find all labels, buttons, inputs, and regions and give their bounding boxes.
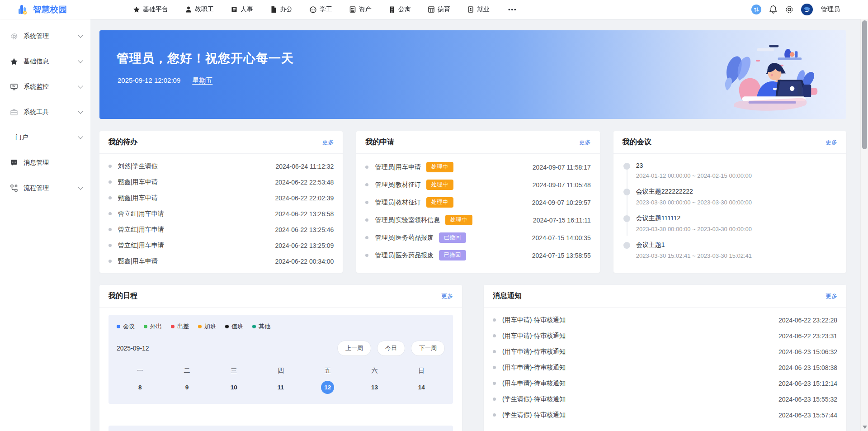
- notification-item-time: 2024-06-23 15:06:32: [778, 348, 837, 355]
- sidebar-item-system-tools[interactable]: 系统工具: [0, 99, 90, 125]
- calendar-day-number: 9: [180, 381, 193, 394]
- todo-item-text: 曾立红|用车申请: [118, 210, 270, 218]
- meeting-title: 会议主题222222222: [636, 188, 837, 196]
- nav-item-platform[interactable]: 基础平台: [127, 0, 175, 19]
- application-list-item[interactable]: 管理员|教材征订 处理中 2024-09-07 11:05:48: [365, 176, 590, 194]
- notifications-button[interactable]: [769, 5, 778, 14]
- todo-list-item[interactable]: 甄鑫|用车申请 2024-06-22 00:34:00: [108, 253, 334, 269]
- bullet-dot: [365, 254, 368, 257]
- notification-list-item[interactable]: (用车申请)-待审核通知 2024-06-22 23:22:28: [493, 312, 837, 328]
- notification-list-item[interactable]: (用车申请)-待审核通知 2024-06-22 23:23:31: [493, 328, 837, 344]
- calendar-day-cell[interactable]: 12: [304, 381, 351, 394]
- nav-item-assets[interactable]: 资产: [343, 0, 378, 19]
- todo-card: 我的待办 更多 刘然|学生请假 2024-06-24 11:12:32 甄鑫|用…: [99, 131, 343, 273]
- schedule-detail-panel: [108, 426, 453, 431]
- nav-item-student[interactable]: 学工: [303, 0, 339, 19]
- id-card-icon: [231, 6, 237, 13]
- schedule-more-link[interactable]: 更多: [441, 292, 453, 300]
- nav-item-hr[interactable]: 人事: [224, 0, 260, 19]
- chevron-down-icon: [78, 33, 83, 38]
- bullet-dot: [108, 244, 112, 247]
- flow-icon: [10, 185, 18, 192]
- notification-list-item[interactable]: (学生请假)-待审核通知 2024-06-23 15:55:32: [493, 391, 837, 407]
- nav-label: 就业: [477, 5, 490, 14]
- weekday-label: 一: [117, 367, 164, 375]
- notification-list-item[interactable]: (学生请假)-待审核通知 2024-06-23 15:57:44: [493, 407, 837, 423]
- brand-logo-icon: [17, 4, 29, 15]
- nav-label: 德育: [438, 5, 450, 14]
- meetings-timeline: 23 2024-01-12 00:00:00 ~ 2024-02-15 00:0…: [613, 154, 846, 259]
- timeline-dot: [623, 215, 630, 222]
- applications-card-title: 我的申请: [365, 137, 394, 147]
- sidebar-item-basic-info[interactable]: 基础信息: [0, 49, 90, 74]
- meeting-time-range: 2023-03-30 00:00:00 ~ 2023-03-30 00:00:0…: [636, 226, 837, 232]
- todo-list-item[interactable]: 刘然|学生请假 2024-06-24 11:12:32: [108, 158, 334, 174]
- notifications-more-link[interactable]: 更多: [826, 292, 837, 300]
- next-week-button[interactable]: 下一周: [411, 341, 445, 356]
- todo-list-item[interactable]: 曾立红|用车申请 2024-06-22 13:25:46: [108, 222, 334, 237]
- bullet-dot: [108, 212, 112, 215]
- schedule-panel: 会议 外出 出差: [108, 315, 453, 404]
- todo-list-item[interactable]: 曾立红|用车申请 2024-06-22 13:25:09: [108, 237, 334, 253]
- nav-item-staff[interactable]: 教职工: [179, 0, 221, 19]
- todo-item-text: 甄鑫|用车申请: [118, 257, 270, 265]
- notification-list-item[interactable]: (用车申请)-待审核通知 2024-06-23 15:12:14: [493, 375, 837, 391]
- legend-item: 会议: [117, 322, 135, 331]
- nav-item-employment[interactable]: 就业: [461, 0, 496, 19]
- schedule-card-title: 我的日程: [108, 291, 137, 301]
- application-item-time: 2024-09-07 11:58:17: [533, 164, 591, 171]
- calendar-day-cell[interactable]: 14: [398, 381, 445, 394]
- today-button[interactable]: 今日: [377, 341, 405, 356]
- nav-item-moral[interactable]: 德育: [421, 0, 457, 19]
- username-label[interactable]: 管理员: [821, 5, 840, 14]
- nav-item-apartment[interactable]: 公寓: [382, 0, 418, 19]
- meeting-item[interactable]: 23 2024-01-12 00:00:00 ~ 2024-02-15 00:0…: [623, 162, 837, 179]
- bullet-dot: [365, 183, 368, 186]
- calendar-day-cell[interactable]: 13: [351, 381, 398, 394]
- settings-button[interactable]: [785, 5, 794, 14]
- sidebar-item-system-management[interactable]: 系统管理: [0, 24, 90, 49]
- chevron-down-icon: [78, 185, 83, 189]
- meetings-more-link[interactable]: 更多: [826, 138, 837, 147]
- weekday-label: 六: [351, 367, 398, 375]
- todo-list-item[interactable]: 曾立红|用车申请 2024-06-22 13:26:58: [108, 206, 334, 222]
- notification-item-text: (用车申请)-待审核通知: [502, 364, 774, 372]
- todo-more-link[interactable]: 更多: [322, 138, 334, 147]
- calendar-day-cell[interactable]: 11: [257, 381, 304, 394]
- meetings-card: 我的会议 更多 23 2024-01-12 00:00:00 ~ 2024-02…: [613, 131, 846, 273]
- notification-list-item[interactable]: (用车申请)-待审核通知 2024-06-23 15:08:38: [493, 360, 837, 375]
- meeting-time-range: 2023-03-30 00:00:00 ~ 2023-03-30 00:00:0…: [636, 199, 837, 206]
- weekday-header-row: 一二三四五六日: [117, 367, 445, 375]
- application-list-item[interactable]: 管理员|教材征订 处理中 2024-09-07 10:29:57: [365, 194, 590, 211]
- calendar-day-cell[interactable]: 9: [164, 381, 211, 394]
- application-list-item[interactable]: 管理员|实验室领料信息 处理中 2024-07-15 16:11:11: [365, 211, 590, 229]
- todo-list-item[interactable]: 甄鑫|用车申请 2024-06-22 22:53:48: [108, 174, 334, 190]
- meeting-item[interactable]: 会议主题1 2023-03-30 15:02:41 ~ 2023-03-30 1…: [623, 241, 837, 259]
- user-avatar[interactable]: [801, 4, 813, 15]
- meeting-item[interactable]: 会议主题222222222 2023-03-30 00:00:00 ~ 2023…: [623, 188, 837, 206]
- nav-more-button[interactable]: •••: [500, 6, 525, 13]
- application-list-item[interactable]: 管理员|医务药品报废 已撤回 2024-07-15 14:00:35: [365, 229, 590, 246]
- sidebar-item-message-management[interactable]: 消息管理: [0, 150, 90, 175]
- sidebar-label: 系统监控: [24, 83, 49, 91]
- meeting-item[interactable]: 会议主题111112 2023-03-30 00:00:00 ~ 2023-03…: [623, 214, 837, 232]
- nav-label: 学工: [320, 5, 332, 14]
- todo-item-time: 2024-06-22 22:53:48: [275, 179, 334, 186]
- nav-item-office[interactable]: 办公: [264, 0, 299, 19]
- todo-list-item[interactable]: 甄鑫|用车申请 2024-06-22 22:02:39: [108, 190, 334, 206]
- calendar-day-cell[interactable]: 10: [210, 381, 257, 394]
- sidebar-item-portal[interactable]: 门户: [0, 125, 90, 150]
- application-list-item[interactable]: 管理员|医务药品报废 已撤回 2024-07-15 13:58:55: [365, 246, 590, 264]
- prev-week-button[interactable]: 上一周: [337, 341, 371, 356]
- sidebar-item-process-management[interactable]: 流程管理: [0, 175, 90, 201]
- application-list-item[interactable]: 管理员|用车申请 处理中 2024-09-07 11:58:17: [365, 158, 590, 176]
- sidebar-item-system-monitor[interactable]: 系统监控: [0, 74, 90, 99]
- bell-icon: [769, 5, 778, 14]
- scrollbar-down-arrow[interactable]: [863, 426, 867, 429]
- calendar-day-cell[interactable]: 8: [117, 381, 164, 394]
- size-switch-button[interactable]: [751, 4, 762, 15]
- notification-list-item[interactable]: (用车申请)-待审核通知 2024-06-23 15:06:32: [493, 344, 837, 360]
- applications-more-link[interactable]: 更多: [579, 138, 591, 147]
- scrollbar-thumb[interactable]: [862, 20, 867, 149]
- brand-logo[interactable]: 智慧校园: [0, 4, 96, 15]
